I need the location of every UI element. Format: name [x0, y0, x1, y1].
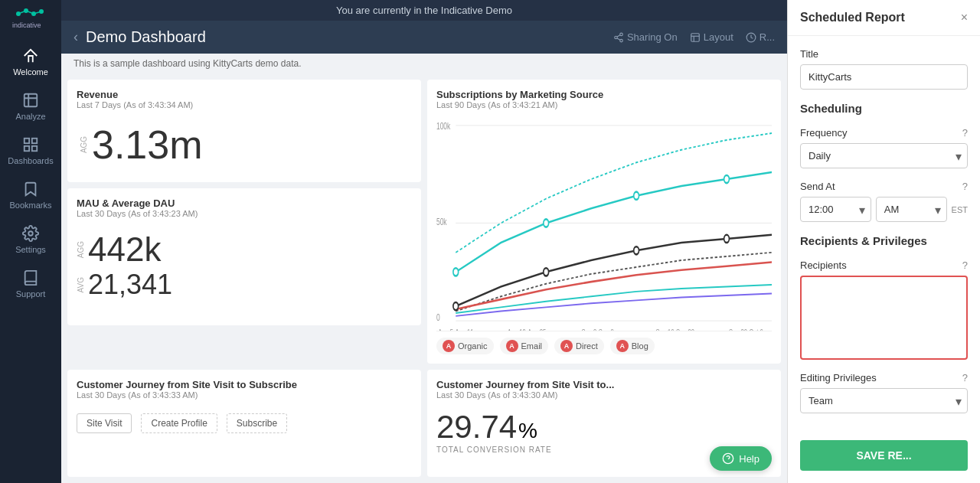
- mau-value: 442k: [88, 230, 161, 269]
- main-content: You are currently in the Indicative Demo…: [61, 0, 787, 483]
- timezone-label: EST: [952, 205, 968, 214]
- frequency-select-wrapper: Daily Weekly Monthly ▾: [800, 143, 968, 168]
- sidebar-item-welcome-label: Welcome: [13, 67, 48, 77]
- legend-blog-label: Blog: [632, 341, 648, 351]
- legend-email-dot: A: [506, 340, 518, 352]
- svg-point-35: [724, 235, 730, 243]
- subscriptions-title: Subscriptions by Marketing Source: [436, 89, 772, 100]
- svg-text:50k: 50k: [436, 216, 447, 227]
- frequency-select[interactable]: Daily Weekly Monthly: [800, 143, 968, 168]
- svg-point-15: [620, 39, 623, 42]
- sidebar-item-analyze[interactable]: Analyze: [0, 84, 61, 129]
- conversion-pct-symbol: %: [518, 419, 537, 443]
- legend-blog-dot: A: [616, 340, 629, 352]
- recipients-help-icon[interactable]: ?: [962, 259, 968, 271]
- sidebar: indicative Welcome Analyze Dashboards Bo…: [0, 0, 61, 483]
- ampm-select[interactable]: AM PM: [876, 197, 947, 222]
- dashboard-header: ‹ Demo Dashboard Sharing On Layout R...: [61, 21, 787, 54]
- subscribe-button[interactable]: Subscribe: [227, 413, 287, 433]
- legend-direct-label: Direct: [576, 341, 598, 351]
- frequency-label: Frequency: [800, 127, 847, 139]
- help-fab-label: Help: [739, 453, 760, 465]
- site-visit-button[interactable]: Site Visit: [77, 413, 132, 433]
- close-button[interactable]: ×: [961, 11, 968, 24]
- conversion-rate-value: 29.74: [436, 409, 517, 445]
- legend-direct-dot: A: [560, 340, 573, 352]
- revenue-subtitle: Last 7 Days (As of 3:43:34 AM): [77, 100, 412, 109]
- dau-avg-label: AVG: [77, 277, 85, 292]
- dashboard-title: Demo Dashboard: [86, 28, 613, 46]
- panel-body: Title Scheduling Frequency ? Daily Weekl…: [788, 36, 980, 483]
- time-select-wrapper: 12:00 1:00 6:00 ▾: [800, 197, 871, 222]
- legend-direct[interactable]: A Direct: [554, 338, 604, 354]
- legend-email-label: Email: [521, 341, 543, 351]
- svg-text:Aug 5-Aug 11: Aug 5-Aug 11: [438, 328, 473, 331]
- sidebar-item-support[interactable]: Support: [0, 262, 61, 306]
- help-icon: [722, 452, 734, 465]
- recipients-textarea[interactable]: [800, 276, 968, 360]
- sharing-button[interactable]: Sharing On: [613, 31, 678, 43]
- editing-privileges-help-icon[interactable]: ?: [962, 372, 968, 383]
- back-button[interactable]: ‹: [74, 29, 78, 45]
- svg-rect-10: [32, 146, 37, 151]
- frequency-field-group: Frequency ? Daily Weekly Monthly ▾: [800, 127, 968, 168]
- create-profile-button[interactable]: Create Profile: [141, 413, 217, 433]
- layout-label: Layout: [704, 31, 733, 43]
- layout-button[interactable]: Layout: [690, 31, 733, 43]
- scheduled-report-panel: Scheduled Report × Title Scheduling Freq…: [787, 0, 980, 483]
- legend-organic[interactable]: A Organic: [436, 338, 494, 354]
- legend-organic-dot: A: [443, 340, 455, 352]
- svg-text:indicative: indicative: [12, 21, 41, 29]
- revenue-title: Revenue: [77, 89, 412, 100]
- sidebar-item-welcome[interactable]: Welcome: [0, 40, 61, 84]
- svg-text:0: 0: [436, 312, 440, 322]
- svg-point-32: [453, 302, 459, 310]
- legend-organic-label: Organic: [458, 341, 488, 351]
- journey-right-title: Customer Journey from Site Visit to...: [436, 379, 772, 390]
- scheduling-section-title: Scheduling: [800, 102, 968, 115]
- header-actions: Sharing On Layout R...: [613, 31, 775, 43]
- revenue-card: Revenue Last 7 Days (As of 3:43:34 AM) A…: [67, 80, 421, 182]
- svg-text:Aug 19-Aug 25: Aug 19-Aug 25: [508, 328, 546, 331]
- sidebar-logo[interactable]: indicative: [9, 6, 52, 34]
- sidebar-item-dashboards[interactable]: Dashboards: [0, 129, 61, 173]
- send-at-label: Send At: [800, 181, 835, 192]
- frequency-help-icon[interactable]: ?: [962, 127, 968, 139]
- svg-point-28: [453, 268, 459, 276]
- save-button[interactable]: SAVE RE...: [800, 440, 968, 471]
- mau-title: MAU & Average DAU: [77, 197, 412, 209]
- legend-email[interactable]: A Email: [500, 338, 549, 354]
- editing-privileges-field-group: Editing Privileges ? Team Admin Only Eve…: [800, 372, 968, 413]
- editing-privileges-label: Editing Privileges: [800, 372, 877, 383]
- svg-point-34: [634, 246, 639, 254]
- journey-right-subtitle: Last 30 Days (As of 3:43:30 AM): [436, 390, 772, 400]
- panel-title: Scheduled Report: [800, 11, 905, 24]
- svg-rect-9: [32, 139, 37, 143]
- send-at-help-icon[interactable]: ?: [962, 181, 968, 192]
- title-input[interactable]: [800, 64, 968, 90]
- privileges-select[interactable]: Team Admin Only Everyone: [800, 388, 968, 413]
- time-select[interactable]: 12:00 1:00 6:00: [800, 197, 871, 222]
- sharing-label: Sharing On: [627, 31, 678, 43]
- sidebar-item-settings[interactable]: Settings: [0, 217, 61, 262]
- sidebar-item-bookmarks[interactable]: Bookmarks: [0, 173, 61, 217]
- report-label: R...: [760, 31, 775, 43]
- svg-text:Sep 2-Sep 8: Sep 2-Sep 8: [582, 328, 614, 331]
- panel-header: Scheduled Report ×: [788, 0, 980, 36]
- subscriptions-subtitle: Last 90 Days (As of 3:43:21 AM): [436, 100, 772, 109]
- svg-point-12: [28, 231, 33, 236]
- svg-line-16: [617, 38, 620, 39]
- recipients-field-group: Recipients ?: [800, 259, 968, 360]
- svg-point-30: [634, 192, 639, 200]
- help-fab[interactable]: Help: [710, 446, 772, 471]
- report-button[interactable]: R...: [746, 31, 775, 43]
- legend-blog[interactable]: A Blog: [610, 338, 655, 354]
- svg-text:100k: 100k: [436, 120, 451, 131]
- journey-left-subtitle: Last 30 Days (As of 3:43:33 AM): [77, 390, 412, 400]
- journey-left-card: Customer Journey from Site Visit to Subs…: [67, 370, 421, 477]
- svg-point-13: [620, 33, 623, 36]
- svg-point-29: [544, 219, 549, 227]
- revenue-agg: AGG: [80, 135, 88, 152]
- mau-subtitle: Last 30 Days (As of 3:43:23 AM): [77, 209, 412, 218]
- sidebar-item-analyze-label: Analyze: [15, 112, 45, 121]
